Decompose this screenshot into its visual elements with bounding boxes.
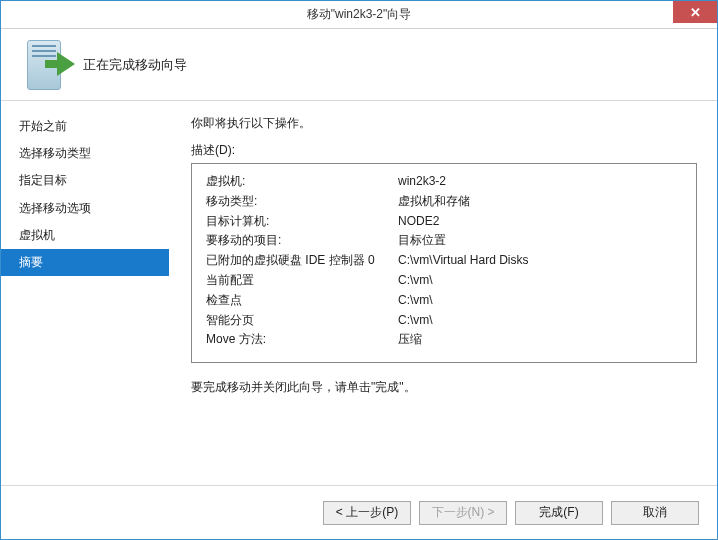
sidebar-item-label: 选择移动类型 bbox=[19, 146, 91, 160]
close-icon: ✕ bbox=[690, 5, 701, 20]
wizard-header: 正在完成移动向导 bbox=[1, 29, 717, 101]
previous-button[interactable]: < 上一步(P) bbox=[323, 501, 411, 525]
sidebar-item-move-type[interactable]: 选择移动类型 bbox=[1, 140, 169, 167]
description-box: 虚拟机:win2k3-2 移动类型:虚拟机和存储 目标计算机:NODE2 要移动… bbox=[191, 163, 697, 363]
wizard-header-title: 正在完成移动向导 bbox=[83, 56, 187, 74]
intro-text: 你即将执行以下操作。 bbox=[191, 115, 697, 132]
sidebar-item-label: 选择移动选项 bbox=[19, 201, 91, 215]
desc-row-checkpoint: 检查点C:\vm\ bbox=[206, 291, 686, 311]
sidebar-item-specify-target[interactable]: 指定目标 bbox=[1, 167, 169, 194]
wizard-sidebar: 开始之前 选择移动类型 指定目标 选择移动选项 虚拟机 摘要 bbox=[1, 101, 169, 485]
desc-key: 当前配置 bbox=[206, 271, 398, 291]
sidebar-item-label: 摘要 bbox=[19, 255, 43, 269]
desc-row-target-computer: 目标计算机:NODE2 bbox=[206, 212, 686, 232]
desc-val: C:\vm\Virtual Hard Disks bbox=[398, 251, 686, 271]
cancel-button[interactable]: 取消 bbox=[611, 501, 699, 525]
finish-button[interactable]: 完成(F) bbox=[515, 501, 603, 525]
completion-hint: 要完成移动并关闭此向导，请单击"完成"。 bbox=[191, 379, 697, 396]
wizard-icon bbox=[19, 38, 69, 92]
desc-key: 虚拟机: bbox=[206, 172, 398, 192]
desc-row-move-method: Move 方法:压缩 bbox=[206, 330, 686, 350]
desc-val: 目标位置 bbox=[398, 231, 686, 251]
desc-key: 检查点 bbox=[206, 291, 398, 311]
desc-val: 虚拟机和存储 bbox=[398, 192, 686, 212]
wizard-body: 开始之前 选择移动类型 指定目标 选择移动选项 虚拟机 摘要 你即将执行以下操作… bbox=[1, 101, 717, 485]
desc-row-items: 要移动的项目:目标位置 bbox=[206, 231, 686, 251]
desc-val: C:\vm\ bbox=[398, 271, 686, 291]
description-label: 描述(D): bbox=[191, 142, 697, 159]
sidebar-item-label: 开始之前 bbox=[19, 119, 67, 133]
sidebar-item-before-begin[interactable]: 开始之前 bbox=[1, 113, 169, 140]
sidebar-item-label: 指定目标 bbox=[19, 173, 67, 187]
next-button: 下一步(N) > bbox=[419, 501, 507, 525]
desc-val: C:\vm\ bbox=[398, 311, 686, 331]
desc-row-smart-paging: 智能分页C:\vm\ bbox=[206, 311, 686, 331]
sidebar-item-move-options[interactable]: 选择移动选项 bbox=[1, 195, 169, 222]
desc-key: 目标计算机: bbox=[206, 212, 398, 232]
desc-key: 要移动的项目: bbox=[206, 231, 398, 251]
desc-val: NODE2 bbox=[398, 212, 686, 232]
window-title: 移动"win2k3-2"向导 bbox=[307, 6, 412, 23]
sidebar-item-vm[interactable]: 虚拟机 bbox=[1, 222, 169, 249]
sidebar-item-label: 虚拟机 bbox=[19, 228, 55, 242]
desc-row-current-config: 当前配置C:\vm\ bbox=[206, 271, 686, 291]
desc-val: C:\vm\ bbox=[398, 291, 686, 311]
wizard-footer: < 上一步(P) 下一步(N) > 完成(F) 取消 bbox=[1, 485, 717, 539]
desc-val: win2k3-2 bbox=[398, 172, 686, 192]
titlebar: 移动"win2k3-2"向导 ✕ bbox=[1, 1, 717, 29]
desc-row-move-type: 移动类型:虚拟机和存储 bbox=[206, 192, 686, 212]
close-button[interactable]: ✕ bbox=[673, 1, 717, 23]
desc-val: 压缩 bbox=[398, 330, 686, 350]
wizard-main: 你即将执行以下操作。 描述(D): 虚拟机:win2k3-2 移动类型:虚拟机和… bbox=[169, 101, 717, 485]
desc-row-vm: 虚拟机:win2k3-2 bbox=[206, 172, 686, 192]
sidebar-item-summary[interactable]: 摘要 bbox=[1, 249, 169, 276]
desc-key: Move 方法: bbox=[206, 330, 398, 350]
desc-key: 已附加的虚拟硬盘 IDE 控制器 0 bbox=[206, 251, 398, 271]
desc-row-vhd: 已附加的虚拟硬盘 IDE 控制器 0C:\vm\Virtual Hard Dis… bbox=[206, 251, 686, 271]
wizard-window: 移动"win2k3-2"向导 ✕ 正在完成移动向导 开始之前 选择移动类型 指定… bbox=[0, 0, 718, 540]
desc-key: 移动类型: bbox=[206, 192, 398, 212]
desc-key: 智能分页 bbox=[206, 311, 398, 331]
